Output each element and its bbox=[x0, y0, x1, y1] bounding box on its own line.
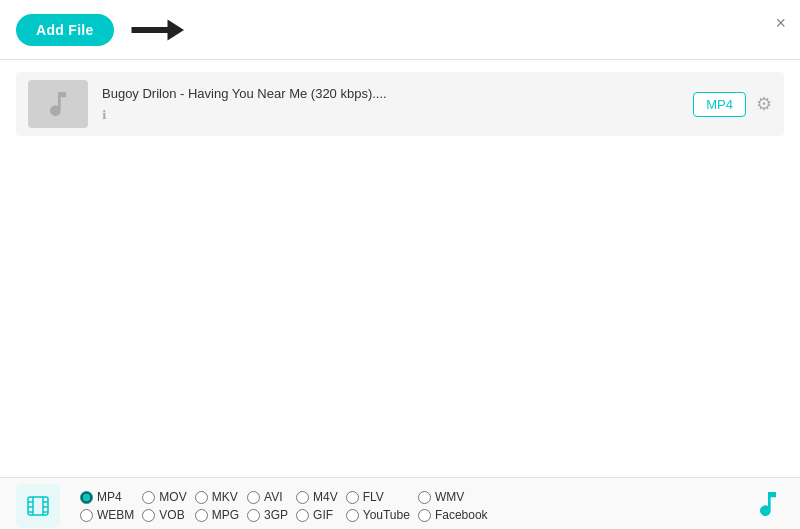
format-option-vob[interactable]: VOB bbox=[142, 508, 186, 522]
file-actions: MP4 ⚙ bbox=[693, 92, 772, 117]
bottom-panel: MP4 MOV MKV AVI M4V FLV WMV WEBM bbox=[0, 477, 800, 529]
format-option-gif[interactable]: GIF bbox=[296, 508, 338, 522]
file-list: Bugoy Drilon - Having You Near Me (320 k… bbox=[0, 60, 800, 148]
format-option-flv[interactable]: FLV bbox=[346, 490, 410, 504]
format-option-mp4[interactable]: MP4 bbox=[80, 490, 134, 504]
format-option-avi[interactable]: AVI bbox=[247, 490, 288, 504]
format-option-m4v[interactable]: M4V bbox=[296, 490, 338, 504]
add-file-button[interactable]: Add File bbox=[16, 14, 114, 46]
format-grid: MP4 MOV MKV AVI M4V FLV WMV WEBM bbox=[80, 490, 488, 522]
settings-button[interactable]: ⚙ bbox=[756, 93, 772, 115]
format-options: MP4 MOV MKV AVI M4V FLV WMV WEBM bbox=[0, 478, 800, 529]
format-icon-button[interactable] bbox=[16, 484, 60, 528]
format-option-youtube[interactable]: YouTube bbox=[346, 508, 410, 522]
main-content bbox=[0, 148, 800, 477]
format-option-mov[interactable]: MOV bbox=[142, 490, 186, 504]
file-thumbnail bbox=[28, 80, 88, 128]
svg-marker-0 bbox=[131, 19, 184, 40]
film-icon bbox=[26, 494, 50, 518]
format-option-facebook[interactable]: Facebook bbox=[418, 508, 488, 522]
format-option-wmv[interactable]: WMV bbox=[418, 490, 488, 504]
music-icon-area bbox=[736, 488, 784, 524]
music-icon bbox=[42, 88, 74, 120]
format-option-mkv[interactable]: MKV bbox=[195, 490, 239, 504]
file-item: Bugoy Drilon - Having You Near Me (320 k… bbox=[16, 72, 784, 136]
format-badge-button[interactable]: MP4 bbox=[693, 92, 746, 117]
audio-icon bbox=[752, 488, 784, 520]
top-bar: Add File × bbox=[0, 0, 800, 60]
format-option-webm[interactable]: WEBM bbox=[80, 508, 134, 522]
format-option-3gp[interactable]: 3GP bbox=[247, 508, 288, 522]
file-info: Bugoy Drilon - Having You Near Me (320 k… bbox=[102, 86, 693, 123]
arrow-hint bbox=[124, 15, 184, 45]
file-name: Bugoy Drilon - Having You Near Me (320 k… bbox=[102, 86, 693, 101]
format-option-mpg[interactable]: MPG bbox=[195, 508, 239, 522]
close-button[interactable]: × bbox=[775, 14, 786, 32]
info-icon[interactable]: ℹ bbox=[102, 108, 107, 122]
